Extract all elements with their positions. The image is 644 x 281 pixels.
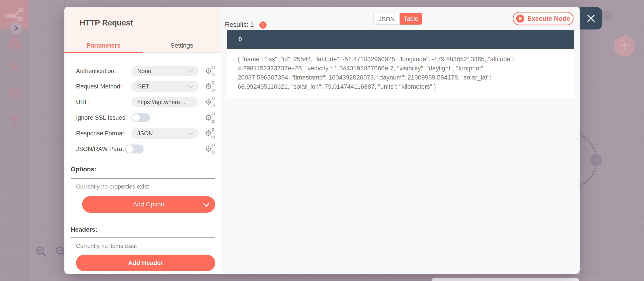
tab-parameters[interactable]: Parameters xyxy=(64,39,143,53)
ignore-ssl-toggle[interactable] xyxy=(132,113,150,122)
field-row-ignore-ssl: Ignore SSL Issues: ⚙⚙⚙ xyxy=(76,110,215,126)
field-row-response-format: Response Format: JSON ⚙⚙⚙ xyxy=(76,126,215,141)
info-icon[interactable]: i xyxy=(260,21,266,28)
plus-icon: + xyxy=(620,37,629,54)
zoom-in-icon xyxy=(35,246,47,258)
column-header: 0 xyxy=(227,36,242,43)
param-options-icon[interactable]: ⚙⚙⚙ xyxy=(205,97,215,107)
node-title: HTTP Request xyxy=(80,18,133,27)
field-label: Authentication: xyxy=(76,68,132,75)
sidebar-expand-button[interactable] xyxy=(10,22,22,34)
question-icon: ? xyxy=(11,114,18,128)
field-label: Ignore SSL Issues: xyxy=(76,114,132,121)
sidebar-item-workflows[interactable] xyxy=(0,36,28,49)
result-json-value: { "name": "iss", "id": 25544, "latitude"… xyxy=(238,54,518,91)
field-row-json-raw-parameters: JSON/RAW Parame… ⚙⚙⚙ xyxy=(76,141,215,157)
param-options-icon[interactable]: ⚙⚙⚙ xyxy=(205,113,215,123)
n8n-logo-icon xyxy=(5,7,24,21)
zoom-in-button[interactable] xyxy=(33,244,50,260)
options-heading: Options: xyxy=(71,166,96,173)
parameters-panel: HTTP Request Parameters Settings Authent… xyxy=(64,7,221,274)
results-table: 0 { "name": "iss", "id": 25544, "latitud… xyxy=(227,30,574,98)
param-options-icon[interactable]: ⚙⚙⚙ xyxy=(205,128,215,138)
node-header: HTTP Request Parameters Settings xyxy=(64,7,221,53)
workflows-icon xyxy=(8,36,21,49)
url-input[interactable]: https://api.where… xyxy=(132,97,198,107)
response-format-select[interactable]: JSON xyxy=(132,128,198,139)
view-json-button[interactable]: JSON xyxy=(374,13,400,24)
chevron-down-icon xyxy=(188,83,194,88)
field-row-request-method: Request Method: GET ⚙⚙⚙ xyxy=(76,79,215,94)
field-row-authentication: Authentication: None ⚙⚙⚙ xyxy=(76,63,215,79)
sidebar-item-credentials[interactable] xyxy=(0,61,28,74)
results-view-toggle: JSON Table xyxy=(374,13,422,24)
table-header-row: 0 xyxy=(227,30,574,49)
node-detail-modal: HTTP Request Parameters Settings Authent… xyxy=(64,7,580,274)
close-modal-button[interactable] xyxy=(580,7,602,29)
bottom-panel-edge xyxy=(432,278,579,281)
view-table-button[interactable]: Table xyxy=(400,13,422,24)
field-label: JSON/RAW Parame… xyxy=(76,146,132,153)
task-list-icon xyxy=(8,88,21,100)
execute-node-button[interactable]: Execute Node xyxy=(513,12,574,25)
add-header-button[interactable]: Add Header xyxy=(76,255,215,271)
tab-settings[interactable]: Settings xyxy=(143,39,221,53)
headers-heading: Headers: xyxy=(71,226,98,233)
play-icon xyxy=(516,14,524,22)
options-empty-text: Currently no properties exist xyxy=(76,183,149,190)
field-label: Response Format: xyxy=(76,130,132,137)
chevron-down-icon xyxy=(188,130,194,135)
headers-empty-text: Currently no items exist xyxy=(76,243,137,250)
field-row-url: URL: https://api.where… ⚙⚙⚙ xyxy=(76,94,215,110)
results-panel: Results: 1 i JSON Table Execute Node 0 {… xyxy=(221,7,580,274)
param-options-icon[interactable]: ⚙⚙⚙ xyxy=(205,144,215,154)
table-row[interactable]: { "name": "iss", "id": 25544, "latitude"… xyxy=(227,49,574,98)
key-icon xyxy=(8,61,21,74)
sidebar-item-help[interactable]: ? xyxy=(0,114,28,128)
param-options-icon[interactable]: ⚙⚙⚙ xyxy=(205,66,215,76)
field-label: URL: xyxy=(76,99,132,106)
chevron-down-icon xyxy=(203,201,209,207)
authentication-select[interactable]: None xyxy=(132,66,198,76)
node-endpoint-dot xyxy=(590,154,602,166)
modal-tabs: Parameters Settings xyxy=(64,39,221,53)
param-options-icon[interactable]: ⚙⚙⚙ xyxy=(205,81,215,91)
field-label: Request Method: xyxy=(76,83,132,90)
request-method-select[interactable]: GET xyxy=(132,81,198,92)
chevron-down-icon xyxy=(188,67,194,73)
results-count: Results: 1 xyxy=(225,21,254,28)
divider xyxy=(71,238,215,238)
sidebar: ? xyxy=(0,0,28,281)
add-node-button[interactable]: + xyxy=(614,36,634,56)
sidebar-item-executions[interactable] xyxy=(0,88,28,100)
json-raw-toggle[interactable] xyxy=(125,145,144,153)
close-icon xyxy=(586,13,596,23)
chevron-right-icon xyxy=(14,25,18,31)
add-option-button[interactable]: Add Option xyxy=(82,196,215,213)
divider xyxy=(71,178,215,179)
